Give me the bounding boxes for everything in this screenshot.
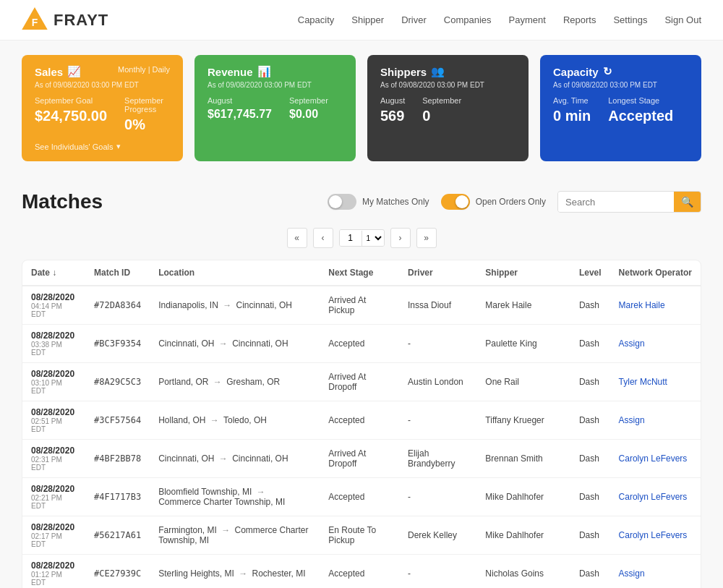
cell-location: Cincinnati, OH → Cincinnati, OH: [150, 325, 320, 363]
logo-text: FRAYT: [54, 11, 108, 30]
table-row: 08/28/2020 02:17 PM EDT #56217A61 Farmin…: [22, 516, 701, 555]
cell-network-op: Tyler McNutt: [610, 363, 701, 401]
nav-settings[interactable]: Settings: [613, 14, 647, 25]
cell-next-stage: Accepted: [320, 478, 399, 516]
capacity-title: Capacity ↻: [553, 65, 612, 78]
cell-date: 08/28/2020 02:21 PM EDT: [22, 478, 85, 516]
table-row: 08/28/2020 02:51 PM EDT #3CF57564 Hollan…: [22, 401, 701, 440]
cell-next-stage: Accepted: [320, 555, 399, 589]
cell-location: Sterling Heights, MI → Rochester, MI: [150, 555, 320, 589]
assign-link[interactable]: Assign: [619, 338, 645, 349]
revenue-august-metric: August $617,745.77: [208, 96, 272, 121]
shippers-date: As of 09/08/2020 03:00 PM EDT: [380, 81, 515, 89]
main-content: Matches My Matches Only Open Orders Only…: [0, 176, 723, 588]
network-op-link[interactable]: Marek Haile: [619, 300, 665, 310]
nav-companies[interactable]: Companies: [444, 14, 492, 25]
cell-level: Dash: [570, 363, 610, 401]
search-button[interactable]: 🔍: [674, 192, 701, 212]
nav-driver[interactable]: Driver: [401, 14, 427, 25]
my-matches-toggle[interactable]: [328, 194, 356, 210]
search-input[interactable]: [558, 192, 674, 212]
shippers-card: Shippers 👥 As of 09/08/2020 03:00 PM EDT…: [367, 55, 529, 161]
matches-table-wrap: Date ↓ Match ID Location Next Stage Driv…: [22, 260, 701, 588]
col-location: Location: [150, 260, 320, 286]
shippers-september-metric: September 0: [422, 96, 461, 124]
nav-capacity[interactable]: Capacity: [298, 14, 335, 25]
cell-match-id: #BC3F9354: [85, 325, 150, 363]
arrow-right-icon: →: [219, 453, 228, 464]
cell-location: Cincinnati, OH → Cincinnati, OH: [150, 440, 320, 478]
revenue-icon: 📊: [257, 65, 271, 78]
prev-page-button[interactable]: ‹: [313, 228, 333, 248]
cell-location: Indianapolis, IN → Cincinnati, OH: [150, 286, 320, 325]
col-driver: Driver: [399, 260, 476, 286]
assign-link[interactable]: Assign: [619, 415, 645, 425]
arrow-right-icon: →: [219, 338, 228, 349]
col-level: Level: [570, 260, 610, 286]
nav-shipper[interactable]: Shipper: [351, 14, 384, 25]
capacity-icon: ↻: [603, 65, 612, 78]
table-row: 08/28/2020 03:10 PM EDT #8A29C5C3 Portla…: [22, 363, 701, 401]
network-op-link[interactable]: Carolyn LeFevers: [619, 530, 688, 540]
cell-driver: -: [399, 325, 476, 363]
page-dropdown[interactable]: 1: [362, 231, 384, 246]
open-orders-toggle[interactable]: [441, 194, 470, 210]
sales-progress-metric: September Progress 0%: [124, 96, 170, 133]
cell-shipper: Mike Dahlhofer: [476, 516, 570, 555]
cell-match-id: #56217A61: [85, 516, 150, 555]
capacity-longest-metric: Longest Stage Accepted: [608, 96, 673, 124]
cell-date: 08/28/2020 01:12 PM EDT: [22, 555, 85, 589]
cell-date: 08/28/2020 02:31 PM EDT: [22, 440, 85, 478]
sales-date: As of 09/08/2020 03:00 PM EDT: [35, 81, 170, 89]
chart-icon: 📈: [67, 65, 81, 78]
table-row: 08/28/2020 03:38 PM EDT #BC3F9354 Cincin…: [22, 325, 701, 363]
network-op-link[interactable]: Carolyn LeFevers: [619, 492, 688, 502]
sales-card: Sales 📈 Monthly | Daily As of 09/08/2020…: [22, 55, 183, 161]
network-op-link[interactable]: Tyler McNutt: [619, 377, 667, 387]
cell-network-op: Marek Haile: [610, 286, 701, 325]
last-page-icon: »: [424, 233, 429, 243]
cell-match-id: #3CF57564: [85, 401, 150, 440]
cell-shipper: Paulette King: [476, 325, 570, 363]
first-page-icon: «: [294, 233, 299, 243]
nav-reports[interactable]: Reports: [563, 14, 596, 25]
next-page-button[interactable]: ›: [390, 228, 411, 248]
pagination: « ‹ 1 › »: [22, 228, 701, 248]
cell-next-stage: Accepted: [320, 325, 399, 363]
see-goals-link[interactable]: See Individuals' Goals ▾: [35, 142, 170, 151]
network-op-link[interactable]: Carolyn LeFevers: [619, 453, 688, 464]
page-number-input[interactable]: [340, 230, 362, 246]
page-header: Matches My Matches Only Open Orders Only…: [22, 190, 701, 213]
cell-next-stage: Arrived At Pickup: [320, 286, 399, 325]
capacity-date: As of 09/08/2020 03:00 PM EDT: [553, 81, 688, 89]
page-title: Matches: [22, 190, 103, 213]
col-date[interactable]: Date ↓: [22, 260, 85, 286]
nav-signout[interactable]: Sign Out: [664, 14, 701, 25]
cell-location: Bloomfield Township, MI → Commerce Chart…: [150, 478, 320, 516]
arrow-right-icon: →: [210, 415, 219, 425]
col-network-operator: Network Operator: [610, 260, 701, 286]
revenue-september-metric: September $0.00: [289, 96, 328, 121]
sales-toggle[interactable]: Monthly | Daily: [118, 65, 170, 74]
assign-link[interactable]: Assign: [619, 568, 645, 579]
last-page-button[interactable]: »: [416, 228, 437, 248]
open-orders-knob: [455, 195, 469, 208]
cell-network-op: Carolyn LeFevers: [610, 478, 701, 516]
main-nav: Capacity Shipper Driver Companies Paymen…: [298, 14, 701, 25]
cell-level: Dash: [570, 440, 610, 478]
cell-network-op: Carolyn LeFevers: [610, 516, 701, 555]
cell-network-op: Carolyn LeFevers: [610, 440, 701, 478]
my-matches-label: My Matches Only: [362, 197, 429, 207]
shippers-title: Shippers 👥: [380, 65, 445, 78]
revenue-date: As of 09/08/2020 03:00 PM EDT: [208, 81, 343, 89]
sort-icon: ↓: [52, 268, 56, 278]
cell-network-op: Assign: [610, 325, 701, 363]
arrow-right-icon: →: [239, 568, 247, 579]
sales-title: Sales 📈: [35, 65, 81, 78]
cell-next-stage: Accepted: [320, 401, 399, 440]
nav-payment[interactable]: Payment: [509, 14, 546, 25]
first-page-button[interactable]: «: [287, 228, 307, 248]
shippers-icon: 👥: [431, 65, 445, 78]
cell-match-id: #72DA8364: [85, 286, 150, 325]
open-orders-toggle-wrap: Open Orders Only: [441, 194, 546, 210]
